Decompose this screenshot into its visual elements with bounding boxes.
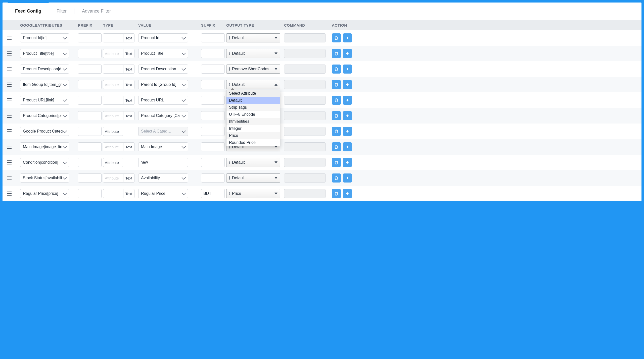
type-input[interactable] bbox=[103, 65, 123, 74]
suffix-input[interactable] bbox=[201, 80, 225, 89]
drag-handle-icon[interactable] bbox=[7, 128, 13, 134]
google-attribute-select[interactable]: Condition[condition] bbox=[20, 158, 69, 167]
suffix-input[interactable] bbox=[201, 189, 225, 198]
type-input[interactable] bbox=[103, 49, 123, 58]
type-input[interactable] bbox=[103, 173, 123, 183]
prefix-input[interactable] bbox=[78, 142, 102, 151]
drag-handle-icon[interactable] bbox=[7, 82, 13, 88]
prefix-input[interactable] bbox=[78, 33, 102, 42]
command-input[interactable] bbox=[284, 80, 326, 89]
tab-feed-config[interactable]: Feed Config bbox=[8, 3, 49, 20]
google-attribute-select[interactable]: Stock Status[availabili bbox=[20, 173, 69, 183]
value-select[interactable]: Availability bbox=[138, 173, 188, 183]
type-input[interactable] bbox=[103, 127, 123, 136]
delete-row-button[interactable] bbox=[332, 173, 341, 183]
add-row-button[interactable] bbox=[343, 65, 352, 74]
suffix-input[interactable] bbox=[201, 33, 225, 42]
google-attribute-select[interactable]: Main Image[image_lin bbox=[20, 142, 69, 151]
suffix-input[interactable] bbox=[201, 111, 225, 120]
dropdown-option[interactable]: UTF-8 Encode bbox=[226, 111, 280, 118]
value-select[interactable]: Regular Price bbox=[138, 189, 188, 198]
prefix-input[interactable] bbox=[78, 65, 102, 74]
add-row-button[interactable] bbox=[343, 80, 352, 89]
delete-row-button[interactable] bbox=[332, 189, 341, 198]
prefix-input[interactable] bbox=[78, 127, 102, 136]
value-select[interactable]: Product Id bbox=[138, 33, 188, 42]
command-input[interactable] bbox=[284, 65, 326, 74]
add-row-button[interactable] bbox=[343, 127, 352, 136]
delete-row-button[interactable] bbox=[332, 96, 341, 105]
prefix-input[interactable] bbox=[78, 158, 102, 167]
add-row-button[interactable] bbox=[343, 173, 352, 183]
command-input[interactable] bbox=[284, 96, 326, 105]
value-select[interactable]: Product Category [Ca bbox=[138, 111, 188, 120]
drag-handle-icon[interactable] bbox=[7, 191, 13, 197]
prefix-input[interactable] bbox=[78, 80, 102, 89]
output-type-select[interactable]: Default bbox=[226, 158, 280, 167]
add-row-button[interactable] bbox=[343, 142, 352, 151]
prefix-input[interactable] bbox=[78, 111, 102, 120]
delete-row-button[interactable] bbox=[332, 142, 341, 151]
add-row-button[interactable] bbox=[343, 33, 352, 42]
prefix-input[interactable] bbox=[78, 49, 102, 58]
add-row-button[interactable] bbox=[343, 158, 352, 167]
suffix-input[interactable] bbox=[201, 96, 225, 105]
drag-handle-icon[interactable] bbox=[7, 175, 13, 181]
drag-handle-icon[interactable] bbox=[7, 97, 13, 103]
dropdown-option[interactable]: Integer bbox=[226, 125, 280, 132]
delete-row-button[interactable] bbox=[332, 65, 341, 74]
tab-advance-filter[interactable]: Advance Filter bbox=[74, 3, 118, 20]
dropdown-option[interactable]: Strip Tags bbox=[226, 104, 280, 111]
suffix-input[interactable] bbox=[201, 65, 225, 74]
dropdown-option[interactable]: htmlentities bbox=[226, 118, 280, 125]
add-row-button[interactable] bbox=[343, 111, 352, 120]
type-input[interactable] bbox=[103, 142, 123, 151]
command-input[interactable] bbox=[284, 158, 326, 167]
value-select[interactable]: Parent Id [Group Id] bbox=[138, 80, 188, 89]
delete-row-button[interactable] bbox=[332, 158, 341, 167]
delete-row-button[interactable] bbox=[332, 33, 341, 42]
drag-handle-icon[interactable] bbox=[7, 113, 13, 119]
command-input[interactable] bbox=[284, 142, 326, 151]
delete-row-button[interactable] bbox=[332, 111, 341, 120]
type-input[interactable] bbox=[103, 158, 123, 167]
suffix-input[interactable] bbox=[201, 142, 225, 151]
add-row-button[interactable] bbox=[343, 189, 352, 198]
suffix-input[interactable] bbox=[201, 127, 225, 136]
drag-handle-icon[interactable] bbox=[7, 35, 13, 41]
prefix-input[interactable] bbox=[78, 173, 102, 183]
output-type-select[interactable]: Default bbox=[226, 173, 280, 183]
google-attribute-select[interactable]: Product Title[title] bbox=[20, 49, 69, 58]
command-input[interactable] bbox=[284, 189, 326, 198]
command-input[interactable] bbox=[284, 173, 326, 183]
command-input[interactable] bbox=[284, 49, 326, 58]
suffix-input[interactable] bbox=[201, 158, 225, 167]
google-attribute-select[interactable]: Product Categories[pr bbox=[20, 111, 69, 120]
google-attribute-select[interactable]: Product Description[d bbox=[20, 65, 69, 74]
output-type-select[interactable]: Default bbox=[226, 33, 280, 42]
add-row-button[interactable] bbox=[343, 49, 352, 58]
command-input[interactable] bbox=[284, 33, 326, 42]
type-input[interactable] bbox=[103, 80, 123, 89]
google-attribute-select[interactable]: Product URL[link] bbox=[20, 96, 69, 105]
drag-handle-icon[interactable] bbox=[7, 66, 13, 72]
type-input[interactable] bbox=[103, 189, 123, 198]
type-input[interactable] bbox=[103, 96, 123, 105]
value-select[interactable]: Select A Categ… bbox=[138, 127, 188, 136]
drag-handle-icon[interactable] bbox=[7, 159, 13, 165]
dropdown-option[interactable]: Price bbox=[226, 132, 280, 139]
output-type-select[interactable]: Price bbox=[226, 189, 280, 198]
drag-handle-icon[interactable] bbox=[7, 144, 13, 150]
value-select[interactable]: Product URL bbox=[138, 96, 188, 105]
google-attribute-select[interactable]: Regular Price[price] bbox=[20, 189, 69, 198]
delete-row-button[interactable] bbox=[332, 49, 341, 58]
value-select[interactable]: Main Image bbox=[138, 142, 188, 151]
delete-row-button[interactable] bbox=[332, 80, 341, 89]
tab-filter[interactable]: Filter bbox=[49, 3, 74, 20]
dropdown-option[interactable]: Rounded Price bbox=[226, 139, 280, 146]
delete-row-button[interactable] bbox=[332, 127, 341, 136]
google-attribute-select[interactable]: Product Id[id] bbox=[20, 33, 69, 42]
suffix-input[interactable] bbox=[201, 49, 225, 58]
prefix-input[interactable] bbox=[78, 96, 102, 105]
command-input[interactable] bbox=[284, 111, 326, 120]
